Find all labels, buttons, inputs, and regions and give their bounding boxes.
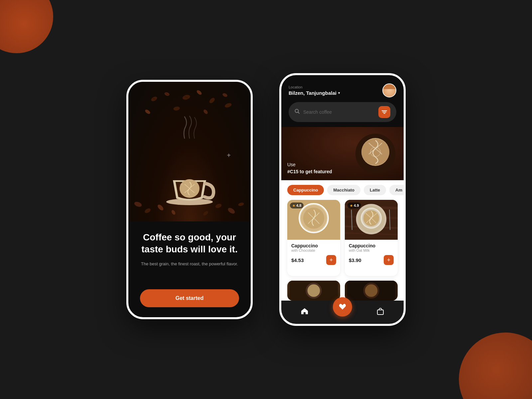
location-name[interactable]: Bilzen, Tanjungbalai ▾ <box>289 90 340 96</box>
bottom-card-2: ★ 4.5 <box>345 281 398 301</box>
svg-line-24 <box>298 112 300 114</box>
product-info-2: Cappuccino with Oat Milk $3.90 + <box>345 240 398 268</box>
favorites-nav-button[interactable] <box>333 297 352 317</box>
svg-point-22 <box>202 210 209 216</box>
product-image-2: ★ 4.9 <box>345 200 398 240</box>
splash-content: Coffee so good, your taste buds will lov… <box>128 221 251 317</box>
hero-image-area: + <box>128 82 251 221</box>
svg-point-31 <box>361 139 389 165</box>
svg-point-52 <box>308 284 320 297</box>
svg-point-5 <box>222 92 228 97</box>
svg-point-17 <box>157 203 164 211</box>
product-variant-2: with Oat Milk <box>349 248 394 252</box>
search-bar[interactable]: Search coffee <box>289 102 396 122</box>
banner-line1: Use <box>287 161 332 168</box>
rating-badge-1: ★ 4.8 <box>290 202 304 208</box>
rating-badge-2: ★ 4.9 <box>347 202 361 208</box>
tab-latte[interactable]: Latte <box>364 185 386 195</box>
location-chevron-icon: ▾ <box>338 91 340 95</box>
add-to-cart-button-2[interactable]: + <box>384 255 394 265</box>
products-grid: ★ 4.8 Cappuccino with Chocolate $4.53 + <box>281 200 404 281</box>
search-icon <box>295 109 300 115</box>
bottom-card-1: ★ 4.6 <box>287 281 340 301</box>
svg-point-55 <box>365 284 378 297</box>
svg-point-20 <box>238 202 244 206</box>
product-price-1: $4.53 <box>291 257 304 263</box>
promo-banner: Use #C15 to get featured <box>281 127 404 180</box>
avatar-face <box>383 84 396 97</box>
product-price-2: $3.90 <box>349 257 361 263</box>
svg-point-16 <box>144 207 152 214</box>
tab-cappuccino[interactable]: Cappuccino <box>287 185 324 195</box>
svg-point-7 <box>144 109 151 115</box>
svg-point-21 <box>171 209 176 215</box>
location-row: Location Bilzen, Tanjungbalai ▾ <box>289 83 396 97</box>
home-header: Location Bilzen, Tanjungbalai ▾ Sear <box>281 75 404 127</box>
tab-macchiato[interactable]: Macchiato <box>327 185 360 195</box>
product-info-1: Cappuccino with Chocolate $4.53 + <box>287 240 340 268</box>
banner-text-block: Use #C15 to get featured <box>287 161 332 175</box>
product-footer-1: $4.53 + <box>291 255 336 265</box>
svg-point-9 <box>203 109 208 115</box>
add-to-cart-button-1[interactable]: + <box>326 255 336 265</box>
product-variant-1: with Chocolate <box>291 248 336 252</box>
bg-decoration-tl <box>0 0 53 53</box>
svg-point-19 <box>227 207 236 215</box>
product-card-2: ★ 4.9 Cappuccino with Oat Milk $3.90 + <box>345 200 398 276</box>
search-placeholder-text: Search coffee <box>303 109 375 115</box>
star-icon-1: ★ <box>292 204 295 207</box>
product-name-2: Cappuccino <box>349 243 394 248</box>
beans-scatter-decoration <box>128 155 251 221</box>
star-icon-2: ★ <box>350 204 353 207</box>
plus-decoration: + <box>227 152 231 159</box>
location-label: Location <box>289 85 340 89</box>
product-image-1: ★ 4.8 <box>287 200 340 240</box>
steam-decoration <box>180 115 200 142</box>
svg-rect-56 <box>377 310 383 315</box>
splash-subtitle: The best grain, the finest roast, the po… <box>141 261 238 268</box>
bottom-navigation <box>281 301 404 324</box>
bg-decoration-br <box>459 332 532 399</box>
category-tabs: Cappuccino Macchiato Latte Am <box>281 180 404 200</box>
avatar-hair <box>383 84 396 89</box>
svg-point-18 <box>215 203 222 209</box>
splash-screen-phone: + Coffee so good, your taste buds will l… <box>126 80 253 319</box>
product-name-1: Cappuccino <box>291 243 336 248</box>
get-started-button[interactable]: Get started <box>140 289 239 307</box>
splash-title: Coffee so good, your taste buds will lov… <box>140 231 239 256</box>
svg-point-8 <box>173 106 180 111</box>
tab-americano[interactable]: Am <box>389 185 404 195</box>
banner-line2: #C15 to get featured <box>287 168 332 175</box>
filter-button[interactable] <box>378 106 390 118</box>
user-avatar[interactable] <box>382 83 396 97</box>
location-block: Location Bilzen, Tanjungbalai ▾ <box>289 85 340 96</box>
home-nav-icon[interactable] <box>298 305 311 318</box>
svg-point-4 <box>208 97 216 104</box>
bag-nav-icon[interactable] <box>374 305 387 318</box>
product-card-1: ★ 4.8 Cappuccino with Chocolate $4.53 + <box>287 200 340 276</box>
svg-point-6 <box>224 102 232 108</box>
product-footer-2: $3.90 + <box>349 255 394 265</box>
home-screen-phone: Location Bilzen, Tanjungbalai ▾ Sear <box>279 73 406 326</box>
svg-point-3 <box>196 89 202 96</box>
svg-point-15 <box>134 201 142 208</box>
